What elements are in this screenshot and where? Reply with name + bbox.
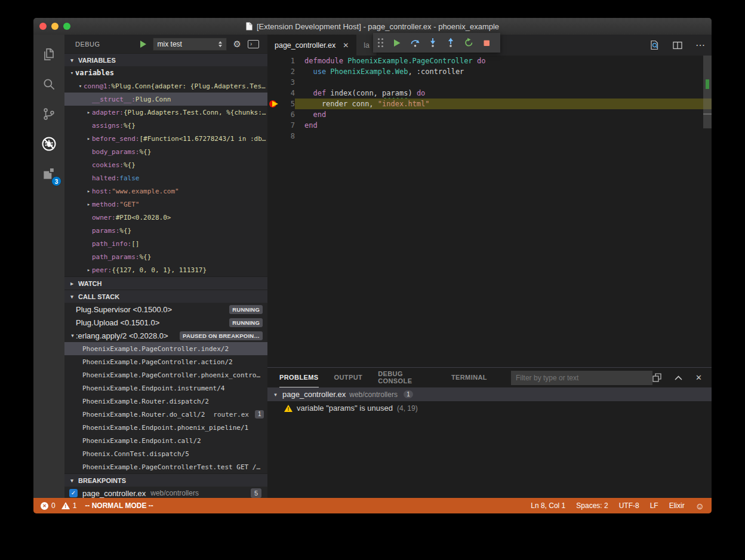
debug-icon[interactable] (33, 129, 64, 159)
section-watch[interactable]: ▸ WATCH (64, 276, 267, 290)
stack-frame-row[interactable]: PhoenixExample.PageController.index/2 (64, 342, 267, 355)
variable-row[interactable]: ▸adapter: {Plug.Adapters.Test.Conn, %{ch… (64, 106, 267, 119)
section-variables[interactable]: ▾ VARIABLES (64, 53, 267, 66)
problem-row[interactable]: variable "params" is unused (4, 19) (267, 401, 712, 415)
code-line[interactable]: 5 render conn, "index.html" (267, 99, 712, 109)
stop-button[interactable] (478, 33, 495, 53)
section-call-stack[interactable]: ▾ CALL STACK (64, 290, 267, 303)
variable-row[interactable]: ▸__struct__: Plug.Conn (64, 93, 267, 106)
frame-name: PhoenixExample.Router.do_call/2 (82, 411, 205, 419)
stack-frame-row[interactable]: PhoenixExample.Router.dispatch/2 (64, 395, 267, 408)
minimize-window-button[interactable] (51, 23, 59, 30)
code-line[interactable]: 8 (267, 131, 712, 141)
variable-row[interactable]: ▸halted: false (64, 171, 267, 184)
restart-button[interactable] (460, 33, 478, 53)
variable-row[interactable]: ▸cookies: %{} (64, 158, 267, 171)
stack-frame-row[interactable]: Phoenix.ConnTest.dispatch/5 (64, 447, 267, 460)
traffic-lights (39, 23, 70, 30)
gutter-glyph-margin (267, 77, 279, 88)
indentation-setting[interactable]: Spaces: 2 (576, 501, 608, 510)
stack-frame-row[interactable]: PhoenixExample.Endpoint.call/2 (64, 434, 267, 447)
stack-frame-row[interactable]: PhoenixExample.PageController.phoenix_co… (64, 368, 267, 381)
problem-group-row[interactable]: ▾ page_controller.ex web/controllers 1 (267, 387, 712, 401)
step-out-button[interactable] (442, 33, 460, 53)
step-into-button[interactable] (424, 33, 442, 53)
drag-handle-icon[interactable] (378, 38, 383, 47)
line-number: 3 (279, 77, 295, 88)
close-panel-icon[interactable]: ✕ (695, 373, 702, 382)
warning-icon (284, 405, 293, 412)
variables-list: ▾variables▾conn@1: %Plug.Conn{adapter: {… (64, 66, 267, 276)
explorer-icon[interactable] (33, 39, 64, 69)
more-actions-icon[interactable]: ⋯ (695, 41, 706, 50)
start-debugging-button[interactable] (140, 41, 146, 48)
section-breakpoints[interactable]: ▾ BREAKPOINTS (64, 473, 267, 487)
eol-setting[interactable]: LF (650, 501, 658, 510)
thread-name: Plug.Upload <0.1501.0> (76, 318, 159, 327)
close-icon[interactable]: ✕ (343, 41, 349, 50)
code-line[interactable]: 2 use PhoenixExample.Web, :controller (267, 66, 712, 77)
cursor-position[interactable]: Ln 8, Col 1 (531, 501, 565, 510)
variable-row[interactable]: ▸host: "www.example.com" (64, 184, 267, 198)
code-line[interactable]: 6 end (267, 109, 712, 120)
breakpoint-checkbox[interactable]: ✓ (69, 489, 78, 497)
stack-frame-row[interactable]: PhoenixExample.Endpoint.instrument/4 (64, 381, 267, 395)
tab-output[interactable]: OUTPUT (334, 368, 363, 387)
code-line[interactable]: 1defmodule PhoenixExample.PageController… (267, 56, 712, 66)
frame-name: PhoenixExample.PageControllerTest.test G… (82, 463, 260, 471)
variable-row[interactable]: ▸method: "GET" (64, 198, 267, 211)
stack-frame-row[interactable]: PhoenixExample.PageController.action/2 (64, 355, 267, 368)
code-line[interactable]: 4 def index(conn, params) do (267, 88, 712, 99)
debug-console-icon[interactable] (248, 40, 259, 48)
callstack-thread-row[interactable]: ▸Plug.Supervisor <0.1500.0>RUNNING (64, 303, 267, 316)
variable-row[interactable]: ▸before_send: [#Function<11.67278243/1 i… (64, 132, 267, 145)
breakpoint-row[interactable]: ✓page_controller.exweb/controllers5 (64, 487, 267, 498)
variable-row[interactable]: ▸assigns: %{} (64, 119, 267, 132)
code-editor[interactable]: 1defmodule PhoenixExample.PageController… (267, 56, 712, 367)
encoding-setting[interactable]: UTF-8 (619, 501, 639, 510)
close-window-button[interactable] (39, 23, 47, 30)
tab-problems[interactable]: PROBLEMS (279, 368, 319, 387)
variable-value: false (119, 174, 139, 182)
zoom-window-button[interactable] (63, 23, 70, 30)
code-line[interactable]: 3 (267, 77, 712, 88)
variable-row[interactable]: ▸peer: {{127, 0, 0, 1}, 111317} (64, 263, 267, 276)
tab-terminal[interactable]: TERMINAL (451, 368, 487, 387)
problems-filter-input[interactable] (511, 371, 652, 385)
stack-frame-row[interactable]: PhoenixExample.Router.do_call/2router.ex… (64, 408, 267, 421)
variable-value: %{} (124, 122, 136, 130)
split-editor-icon[interactable] (673, 41, 682, 50)
configure-gear-icon[interactable]: ⚙ (233, 39, 241, 48)
stack-frame-row[interactable]: PhoenixExample.PageControllerTest.test G… (64, 460, 267, 473)
language-mode[interactable]: Elixir (669, 501, 685, 510)
variable-row[interactable]: ▸path_params: %{} (64, 250, 267, 263)
variable-row[interactable]: ▸body_params: %{} (64, 145, 267, 158)
maximize-panel-icon[interactable] (675, 376, 682, 380)
collapse-all-icon[interactable] (652, 373, 661, 382)
tab-debug-console[interactable]: DEBUG CONSOLE (378, 368, 436, 387)
variable-row[interactable]: ▾variables (64, 66, 267, 79)
thread-name: :erlang.apply/2 <0.2028.0> (76, 331, 168, 340)
source-control-icon[interactable] (33, 99, 64, 129)
code-text: end (295, 109, 712, 120)
code-line[interactable]: 7end (267, 120, 712, 131)
launch-configuration-select[interactable]: mix test (153, 38, 227, 51)
variable-row[interactable]: ▸owner: #PID<0.2028.0> (64, 211, 267, 224)
problems-status[interactable]: 0 1 (41, 501, 76, 510)
step-over-button[interactable] (406, 33, 424, 53)
callstack-thread-row[interactable]: ▸Plug.Upload <0.1501.0>RUNNING (64, 316, 267, 329)
frame-line-badge: 1 (255, 410, 264, 419)
feedback-smiley-icon[interactable]: ☺ (695, 501, 704, 510)
variable-row[interactable]: ▸path_info: [] (64, 237, 267, 250)
stack-frame-row[interactable]: PhoenixExample.Endpoint.phoenix_pipeline… (64, 421, 267, 434)
variable-row[interactable]: ▾conn@1: %Plug.Conn{adapter: {Plug.Adapt… (64, 79, 267, 93)
tab-page-controller[interactable]: page_controller.ex ✕ (267, 35, 356, 56)
extensions-icon[interactable]: 3 (33, 159, 64, 189)
search-icon[interactable] (33, 69, 64, 99)
variable-row[interactable]: ▸params: %{} (64, 224, 267, 237)
code-lines: 1defmodule PhoenixExample.PageController… (267, 56, 712, 141)
open-preview-icon[interactable] (649, 40, 660, 50)
editor-scrollbar[interactable] (703, 56, 712, 128)
continue-button[interactable] (388, 33, 406, 53)
callstack-thread-row[interactable]: ▾:erlang.apply/2 <0.2028.0>PAUSED ON BRE… (64, 329, 267, 342)
